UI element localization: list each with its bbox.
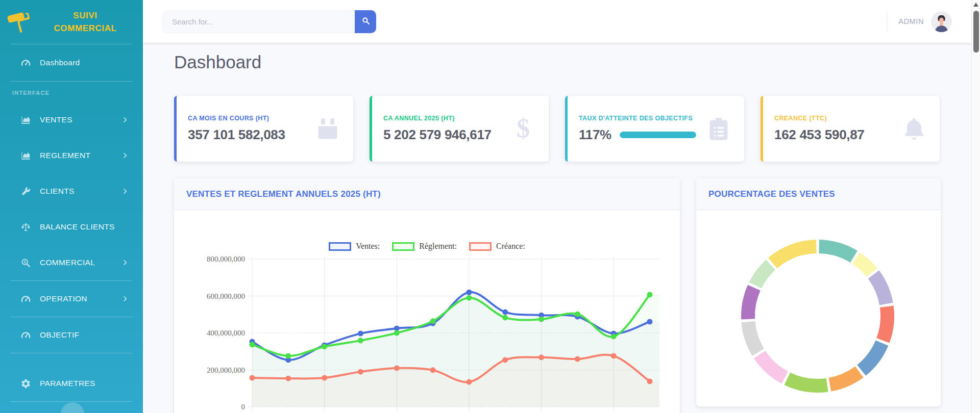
chart-area-icon <box>20 150 31 161</box>
line-chart-header: VENTES ET REGLEMENT ANNUELS 2025 (HT) <box>174 178 680 210</box>
sidebar-item-clients[interactable]: CLIENTS <box>0 173 143 209</box>
sidebar-nav: DashboardINTERFACEVENTESREGLEMENTCLIENTS… <box>0 44 143 402</box>
tachometer-icon <box>20 330 31 341</box>
chevron-right-icon <box>121 259 129 266</box>
chart-area-icon <box>20 115 31 125</box>
legend-label: Règlement: <box>419 242 457 251</box>
stat-value-row: 117% <box>579 127 696 143</box>
legend-swatch <box>469 242 492 251</box>
chevron-right-icon <box>121 152 129 159</box>
scrollbar-up-button[interactable] <box>973 3 978 7</box>
donut-chart-card: POURCENTAGE DES VENTES <box>696 178 941 406</box>
search-input[interactable] <box>162 10 355 33</box>
stat-card-value: 117% <box>579 127 611 143</box>
legend-label: Ventes: <box>356 242 380 251</box>
search-icon <box>361 16 370 27</box>
sidebar-item-label: REGLEMENT <box>40 151 90 160</box>
stat-card-title: CREANCE (TTC) <box>774 115 865 122</box>
legend-label: Créance: <box>496 242 525 251</box>
sidebar-item-operation[interactable]: OPERATION <box>0 281 143 317</box>
sidebar-item-commercial[interactable]: $COMMERCIAL <box>0 245 143 280</box>
sidebar-item-label: BALANCE CLIENTS <box>40 222 115 231</box>
calendar-icon <box>314 116 341 142</box>
legend-item-r-glement-[interactable]: Règlement: <box>392 242 457 251</box>
stat-card-value: 162 453 590,87 <box>774 127 865 143</box>
svg-text:600,000,000: 600,000,000 <box>207 292 245 300</box>
bell-icon <box>901 116 927 142</box>
sidebar-item-label: CLIENTS <box>40 187 75 196</box>
svg-text:$: $ <box>517 116 530 142</box>
sidebar-toggle-button[interactable] <box>61 402 84 413</box>
chevron-right-icon <box>121 116 129 123</box>
donut-segment-2 <box>856 258 872 272</box>
svg-text:$: $ <box>24 260 26 264</box>
svg-text:0: 0 <box>241 403 246 411</box>
legend-item-cr-ance-[interactable]: Créance: <box>469 242 525 251</box>
sidebar: SUIVI COMMERCIAL DashboardINTERFACEVENTE… <box>0 0 143 413</box>
stat-card-title: CA ANNUEL 2025 (HT) <box>383 115 492 122</box>
search-button[interactable] <box>355 10 376 33</box>
stat-card-title: TAUX D'ATTEINTE DES OBJECTIFS <box>579 115 696 122</box>
sidebar-item-label: Dashboard <box>40 58 80 67</box>
chevron-right-icon <box>121 188 129 195</box>
brand[interactable]: SUIVI COMMERCIAL <box>0 0 143 44</box>
donut-chart-title: POURCENTAGE DES VENTES <box>708 189 835 199</box>
donut-segment-8 <box>760 354 785 377</box>
stat-card-creance-ttc-: CREANCE (TTC)162 453 590,87 <box>761 96 940 162</box>
stat-card-content: CA ANNUEL 2025 (HT)5 202 579 946,617 <box>383 115 492 143</box>
legend-swatch <box>392 242 414 251</box>
cog-icon <box>20 378 31 389</box>
topbar-separator <box>887 11 887 32</box>
page-scrollbar[interactable] <box>971 0 980 413</box>
avatar[interactable] <box>931 11 952 32</box>
scrollbar-thumb[interactable] <box>973 11 979 53</box>
topbar: ADMIN <box>143 0 971 43</box>
sidebar-item-label: COMMERCIAL <box>40 258 95 267</box>
sidebar-item-balance-clients[interactable]: BALANCE CLIENTS <box>0 209 143 245</box>
app-root: SUIVI COMMERCIAL DashboardINTERFACEVENTE… <box>0 0 980 413</box>
donut-chart-body <box>696 210 941 408</box>
donut-chart-canvas <box>696 210 941 406</box>
sidebar-item-reglement[interactable]: REGLEMENT <box>0 138 143 173</box>
dollar-icon: $ <box>510 116 536 142</box>
stat-card-ca-mois-en-cours-ht-: CA MOIS EN COURS (HT)357 101 582,083 <box>174 96 353 162</box>
legend-item-ventes-[interactable]: Ventes: <box>329 242 380 251</box>
stat-card-taux-d-atteinte-des-objectifs: TAUX D'ATTEINTE DES OBJECTIFS117% <box>565 96 744 162</box>
stat-card-ca-annuel-2025-ht-: CA ANNUEL 2025 (HT)5 202 579 946,617$ <box>370 96 549 162</box>
donut-segment-11 <box>755 265 771 285</box>
legend-swatch <box>329 242 351 251</box>
donut-segment-10 <box>748 288 754 319</box>
user-name[interactable]: ADMIN <box>898 17 924 25</box>
chevron-right-icon <box>121 295 129 302</box>
donut-segment-9 <box>748 322 758 352</box>
stat-card-value: 357 101 582,083 <box>188 127 285 143</box>
sidebar-item-dashboard[interactable]: Dashboard <box>0 44 143 81</box>
donut-segment-6 <box>830 372 860 384</box>
donut-segment-12 <box>773 247 817 263</box>
sidebar-item-label: OBJECTIF <box>40 330 79 340</box>
objectives-progress-bar <box>620 132 696 138</box>
sidebar-item-label: VENTES <box>40 115 72 124</box>
donut-segment-3 <box>873 274 886 304</box>
sidebar-divider <box>10 353 133 353</box>
sidebar-item-parametres[interactable]: PARAMETRES <box>0 366 143 401</box>
sidebar-item-label: PARAMETRES <box>40 379 95 388</box>
objectives-progress-track <box>620 132 696 138</box>
line-chart-canvas: 800,000,000600,000,000400,000,000200,000… <box>174 210 680 413</box>
sidebar-item-label: OPERATION <box>40 294 87 303</box>
line-chart-body: Ventes:Règlement:Créance: 800,000,000600… <box>174 210 680 413</box>
brand-text: SUIVI COMMERCIAL <box>37 9 134 35</box>
sidebar-item-objectif[interactable]: OBJECTIF <box>0 317 143 353</box>
stat-card-content: TAUX D'ATTEINTE DES OBJECTIFS117% <box>579 115 696 143</box>
tachometer-icon <box>20 294 31 304</box>
sidebar-item-ventes[interactable]: VENTES <box>0 102 143 138</box>
main-content: Dashboard CA MOIS EN COURS (HT)357 101 5… <box>143 43 971 413</box>
stat-card-content: CREANCE (TTC)162 453 590,87 <box>774 115 865 143</box>
donut-segment-1 <box>819 247 854 257</box>
sidebar-divider <box>10 401 133 402</box>
stat-card-value: 5 202 579 946,617 <box>383 127 492 143</box>
topbar-user-area: ADMIN <box>887 11 952 32</box>
line-chart-title: VENTES ET REGLEMENT ANNUELS 2025 (HT) <box>186 189 381 199</box>
sidebar-heading-interface: INTERFACE <box>0 82 143 102</box>
svg-text:400,000,000: 400,000,000 <box>207 329 245 337</box>
